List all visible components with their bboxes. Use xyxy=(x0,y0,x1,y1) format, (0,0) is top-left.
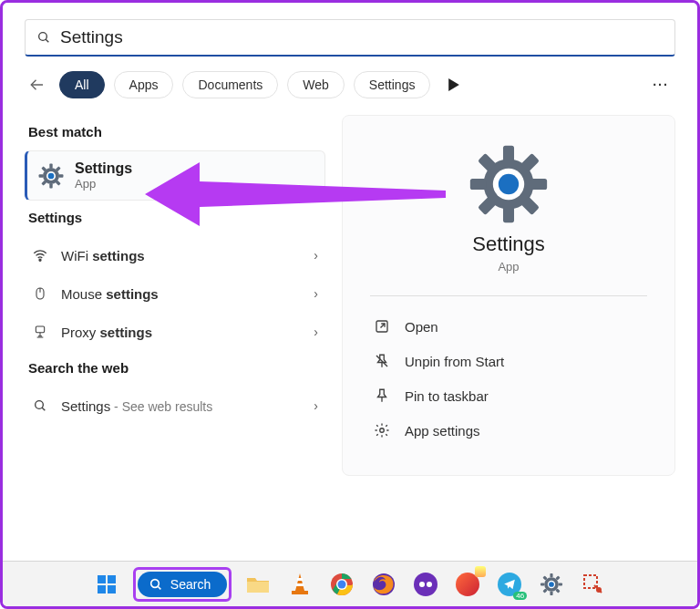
gear-icon xyxy=(38,163,64,189)
back-button[interactable] xyxy=(25,72,50,98)
taskbar-app-avatar[interactable] xyxy=(452,569,483,600)
svg-rect-42 xyxy=(108,575,116,583)
taskbar-search[interactable]: Search xyxy=(138,572,227,597)
taskbar-start[interactable] xyxy=(91,569,122,600)
svg-rect-62 xyxy=(559,583,562,585)
svg-point-22 xyxy=(36,401,44,409)
taskbar-snip[interactable] xyxy=(578,569,609,600)
chrome-icon xyxy=(330,573,354,596)
chevron-right-icon: › xyxy=(314,325,318,339)
svg-rect-47 xyxy=(247,582,269,593)
mouse-icon xyxy=(32,285,48,302)
action-unpin-start[interactable]: Unpin from Start xyxy=(370,344,647,378)
svg-marker-3 xyxy=(449,78,460,91)
svg-rect-60 xyxy=(551,591,553,594)
result-proxy-settings[interactable]: Proxy settings › xyxy=(25,313,325,351)
taskbar-settings[interactable] xyxy=(536,569,567,600)
action-label: App settings xyxy=(405,423,480,439)
filter-web[interactable]: Web xyxy=(287,71,345,98)
result-mouse-settings[interactable]: Mouse settings › xyxy=(25,274,325,313)
chevron-right-icon: › xyxy=(314,248,318,263)
divider xyxy=(370,295,647,296)
chevron-right-icon: › xyxy=(314,286,318,301)
action-app-settings[interactable]: App settings xyxy=(370,413,647,448)
filter-all[interactable]: All xyxy=(59,71,105,98)
svg-rect-8 xyxy=(58,174,63,177)
action-pin-taskbar[interactable]: Pin to taskbar xyxy=(370,378,647,413)
preview-gear-icon xyxy=(469,145,548,223)
taskbar-chrome[interactable] xyxy=(326,569,357,600)
section-web: Search the web xyxy=(28,360,322,376)
taskbar-vlc[interactable] xyxy=(284,569,315,600)
svg-rect-27 xyxy=(470,179,486,190)
svg-rect-41 xyxy=(98,575,106,583)
svg-rect-50 xyxy=(296,583,304,586)
search-input[interactable] xyxy=(60,27,664,47)
svg-point-15 xyxy=(39,259,41,261)
filter-documents[interactable]: Documents xyxy=(182,71,278,98)
preview-subtitle: App xyxy=(370,260,647,274)
chevron-right-icon: › xyxy=(314,398,318,413)
result-label: Mouse settings xyxy=(61,286,314,302)
result-wifi-settings[interactable]: WiFi settings › xyxy=(25,236,325,274)
svg-line-46 xyxy=(158,586,160,589)
result-label: Settings - See web results xyxy=(61,398,314,414)
svg-rect-51 xyxy=(292,591,308,594)
proxy-icon xyxy=(32,324,48,340)
svg-rect-28 xyxy=(531,179,547,190)
svg-line-23 xyxy=(42,408,45,410)
svg-rect-5 xyxy=(49,163,52,168)
svg-point-45 xyxy=(150,579,159,587)
taskbar-explorer[interactable] xyxy=(242,569,273,600)
svg-rect-7 xyxy=(39,174,44,177)
search-icon xyxy=(149,577,163,592)
telegram-badge: 46 xyxy=(513,592,527,600)
search-icon xyxy=(36,30,51,45)
more-button[interactable]: ··· xyxy=(646,77,675,92)
svg-point-39 xyxy=(380,428,385,433)
svg-marker-48 xyxy=(295,573,304,591)
svg-point-0 xyxy=(39,33,47,41)
results-list: Best match Settings Ap xyxy=(25,115,325,476)
section-settings: Settings xyxy=(28,210,322,225)
action-label: Pin to taskbar xyxy=(405,388,489,404)
filter-apps[interactable]: Apps xyxy=(114,71,174,98)
svg-rect-25 xyxy=(503,146,514,161)
action-label: Open xyxy=(405,319,438,335)
taskbar-telegram[interactable]: 46 xyxy=(494,569,525,600)
best-match-subtitle: App xyxy=(75,177,132,191)
taskbar-search-label: Search xyxy=(170,577,211,592)
avatar-badge xyxy=(475,566,486,577)
app-icon xyxy=(414,573,438,596)
svg-point-56 xyxy=(419,582,425,587)
svg-rect-43 xyxy=(98,585,106,594)
taskbar-app-purple[interactable] xyxy=(410,569,441,600)
taskbar-firefox[interactable] xyxy=(368,569,399,600)
action-label: Unpin from Start xyxy=(405,354,504,369)
gear-icon xyxy=(540,573,563,596)
svg-point-57 xyxy=(427,582,432,587)
svg-rect-61 xyxy=(540,583,544,585)
action-open[interactable]: Open xyxy=(370,309,647,344)
svg-point-68 xyxy=(549,582,554,587)
svg-rect-18 xyxy=(36,326,44,333)
wifi-icon xyxy=(32,247,48,263)
result-web-settings[interactable]: Settings - See web results › xyxy=(25,387,325,425)
svg-rect-59 xyxy=(551,573,553,577)
taskbar: Search 46 xyxy=(3,561,697,606)
best-match-result[interactable]: Settings App xyxy=(25,150,325,201)
filter-settings[interactable]: Settings xyxy=(354,71,431,98)
svg-rect-6 xyxy=(49,183,52,188)
folder-icon xyxy=(246,574,270,594)
svg-point-34 xyxy=(499,174,519,194)
section-best-match: Best match xyxy=(28,124,322,139)
pin-icon xyxy=(374,387,390,404)
svg-rect-49 xyxy=(297,578,303,581)
preview-pane: Settings App Open Unpin from Start Pin t… xyxy=(342,115,675,476)
svg-line-1 xyxy=(46,39,48,42)
search-icon xyxy=(32,397,48,414)
filter-scroll-right[interactable] xyxy=(445,78,463,91)
filter-tabs: All Apps Documents Web Settings ··· xyxy=(25,71,675,98)
firefox-icon xyxy=(372,573,396,596)
search-bar[interactable] xyxy=(25,19,675,57)
